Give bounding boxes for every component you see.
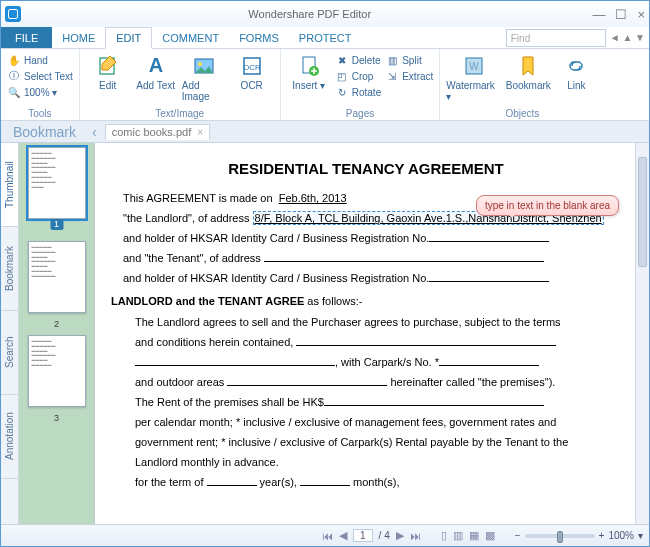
watermark-button[interactable]: WWatermark ▾	[446, 51, 502, 102]
group-pages: Insert ▾ ✖Delete ◰Crop ↻Rotate ▥Split ⇲E…	[281, 49, 441, 120]
workspace: Thumbnail Bookmark Search Annotation ▬▬▬…	[1, 143, 649, 524]
zoom-control[interactable]: − + 100% ▾	[515, 530, 643, 541]
rotate-icon: ↻	[335, 85, 349, 99]
hand-icon: ✋	[7, 53, 21, 67]
zoom-in-button[interactable]: +	[599, 530, 605, 541]
split-icon: ▥	[385, 53, 399, 67]
view-continuous-icon[interactable]: ▥	[453, 529, 463, 542]
insert-icon	[296, 53, 322, 79]
tab-home[interactable]: HOME	[52, 27, 105, 48]
add-image-button[interactable]: Add Image	[182, 51, 226, 102]
edit-button[interactable]: Edit	[86, 51, 130, 91]
view-cont-facing-icon[interactable]: ▩	[485, 529, 495, 542]
group-pages-label: Pages	[287, 108, 434, 120]
svg-point-3	[198, 62, 202, 66]
sidetab-thumbnail[interactable]: Thumbnail	[1, 143, 18, 227]
bookmark-panel-label[interactable]: Bookmark	[5, 124, 84, 140]
status-bar: ⏮ ◀ 1 / 4 ▶ ⏭ ▯ ▥ ▦ ▩ − + 100% ▾	[1, 524, 649, 546]
thumbnail-3-number: 3	[54, 413, 59, 423]
split-button[interactable]: ▥Split	[385, 53, 433, 67]
zoom-value: 100%	[608, 530, 634, 541]
group-objects-label: Objects	[446, 108, 598, 120]
close-tab-icon[interactable]: ×	[197, 127, 203, 138]
extract-button[interactable]: ⇲Extract	[385, 69, 433, 83]
thumbnail-1-number: 1	[50, 219, 63, 230]
callout-tooltip: type in text in the blank area	[476, 195, 619, 216]
sidetab-bookmark[interactable]: Bookmark	[1, 227, 18, 311]
select-text-icon: Ⓘ	[7, 69, 21, 83]
doc-title: RESIDENTIAL TENANCY AGREEMENT	[111, 157, 621, 180]
zoom-tool[interactable]: 🔍100% ▾	[7, 85, 73, 99]
thumbnail-1[interactable]: ▬▬▬▬▬▬▬▬▬▬▬▬▬▬▬▬▬▬▬▬▬▬▬▬▬▬▬▬▬▬▬▬▬▬▬▬▬▬▬1	[28, 147, 86, 219]
tab-edit[interactable]: EDIT	[105, 27, 152, 49]
close-button[interactable]: ×	[637, 7, 645, 22]
scrollbar-thumb[interactable]	[638, 157, 647, 267]
next-page-button[interactable]: ▶	[396, 529, 404, 542]
page-number-input[interactable]: 1	[353, 529, 373, 542]
app-icon	[5, 6, 21, 22]
ribbon: ✋Hand ⒾSelect Text 🔍100% ▾ Tools Edit AA…	[1, 49, 649, 121]
chevron-left-icon[interactable]: ‹	[84, 124, 105, 140]
prev-page-button[interactable]: ◀	[339, 529, 347, 542]
delete-icon: ✖	[335, 53, 349, 67]
group-objects: WWatermark ▾ Bookmark Link Objects	[440, 49, 604, 120]
svg-text:A: A	[149, 54, 163, 76]
view-facing-icon[interactable]: ▦	[469, 529, 479, 542]
ocr-button[interactable]: OCROCR	[230, 51, 274, 91]
zoom-out-button[interactable]: −	[515, 530, 521, 541]
page-total: / 4	[379, 530, 390, 541]
thumbnail-2-number: 2	[54, 319, 59, 329]
tab-forms[interactable]: FORMS	[229, 27, 289, 48]
file-menu[interactable]: FILE	[1, 27, 52, 48]
zoom-icon: 🔍	[7, 85, 21, 99]
sidetab-annotation[interactable]: Annotation	[1, 395, 18, 479]
group-text-image: Edit AAdd Text Add Image OCROCR Text/Ima…	[80, 49, 281, 120]
bookmark-button[interactable]: Bookmark	[506, 51, 550, 91]
date-field[interactable]: Feb.6th, 2013	[279, 192, 347, 204]
sidetab-search[interactable]: Search	[1, 311, 18, 395]
bookmark-icon	[515, 53, 541, 79]
last-page-button[interactable]: ⏭	[410, 530, 421, 542]
crop-icon: ◰	[335, 69, 349, 83]
svg-text:OCR: OCR	[243, 63, 261, 72]
link-icon	[563, 53, 589, 79]
thumbnail-3[interactable]: ▬▬▬▬▬▬▬▬▬▬▬▬▬▬▬▬▬▬▬▬▬▬▬▬▬▬▬▬▬▬	[28, 335, 86, 407]
app-title: Wondershare PDF Editor	[27, 8, 592, 20]
add-text-icon: A	[143, 53, 169, 79]
document-tab[interactable]: comic books.pdf×	[105, 124, 210, 140]
edit-icon	[95, 53, 121, 79]
add-text-button[interactable]: AAdd Text	[134, 51, 178, 91]
ocr-icon: OCR	[239, 53, 265, 79]
zoom-dropdown-icon[interactable]: ▾	[638, 530, 643, 541]
crop-button[interactable]: ◰Crop	[335, 69, 381, 83]
link-button[interactable]: Link	[554, 51, 598, 91]
insert-button[interactable]: Insert ▾	[287, 51, 331, 91]
find-nav[interactable]: ◄ ▲ ▼	[610, 27, 649, 48]
extract-icon: ⇲	[385, 69, 399, 83]
side-panel-tabs: Thumbnail Bookmark Search Annotation	[1, 143, 19, 524]
tab-comment[interactable]: COMMENT	[152, 27, 229, 48]
group-text-image-label: Text/Image	[86, 108, 274, 120]
tab-protect[interactable]: PROTECT	[289, 27, 362, 48]
hand-tool[interactable]: ✋Hand	[7, 53, 73, 67]
group-tools-label: Tools	[7, 108, 73, 120]
menu-bar: FILE HOME EDIT COMMENT FORMS PROTECT Fin…	[1, 27, 649, 49]
watermark-icon: W	[461, 53, 487, 79]
zoom-slider[interactable]	[525, 534, 595, 538]
first-page-button[interactable]: ⏮	[322, 530, 333, 542]
find-input[interactable]: Find	[506, 29, 606, 47]
maximize-button[interactable]: ☐	[615, 7, 627, 22]
vertical-scrollbar[interactable]	[635, 143, 649, 524]
delete-button[interactable]: ✖Delete	[335, 53, 381, 67]
document-tab-strip: Bookmark ‹ comic books.pdf×	[1, 121, 649, 143]
minimize-button[interactable]: —	[592, 7, 605, 22]
thumbnail-2[interactable]: ▬▬▬▬▬▬▬▬▬▬▬▬▬▬▬▬▬▬▬▬▬▬▬▬▬▬▬▬▬▬▬▬▬▬▬▬	[28, 241, 86, 313]
svg-text:W: W	[470, 61, 480, 72]
add-image-icon	[191, 53, 217, 79]
document-tab-label: comic books.pdf	[112, 126, 191, 138]
rotate-button[interactable]: ↻Rotate	[335, 85, 381, 99]
select-text-tool[interactable]: ⒾSelect Text	[7, 69, 73, 83]
view-single-icon[interactable]: ▯	[441, 529, 447, 542]
group-tools: ✋Hand ⒾSelect Text 🔍100% ▾ Tools	[1, 49, 80, 120]
document-area: RESIDENTIAL TENANCY AGREEMENT This AGREE…	[95, 143, 649, 524]
